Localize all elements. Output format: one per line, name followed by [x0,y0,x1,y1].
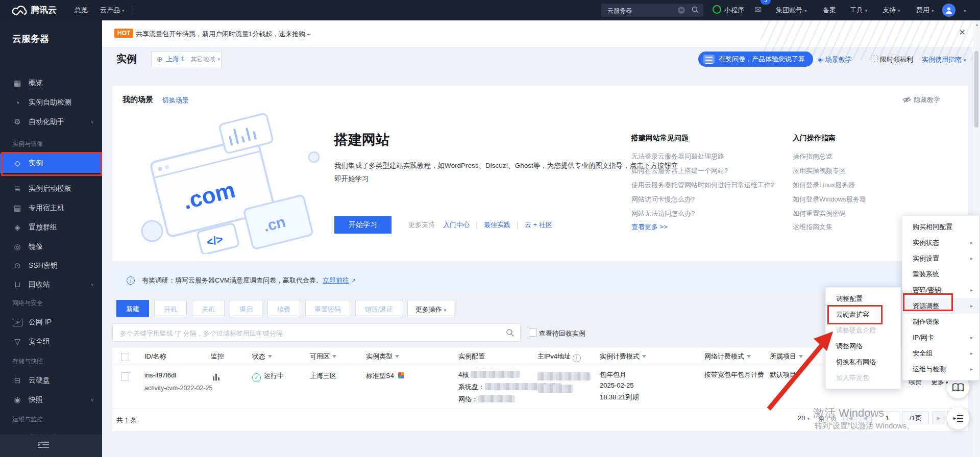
faq-link[interactable]: 网站访问卡慢怎么办? [631,195,695,204]
guide-link[interactable]: 操作指南总览 [793,152,832,161]
sidebar-item-public-ip[interactable]: IP公网 IP [0,313,102,332]
sidebar-collapse-bar[interactable] [0,435,102,457]
filter-icon[interactable] [799,355,803,358]
mail-icon[interactable]: ✉3 [754,0,762,20]
instance-id-link[interactable]: ins-if97l6dl [144,371,176,379]
create-button[interactable]: 新建 [116,300,149,317]
search-icon[interactable] [691,6,699,15]
sidebar-item-ssh-keys[interactable]: ⊙SSH密钥 [0,256,102,275]
submenu-item-switch-vpc[interactable]: 切换私有网络 [826,354,900,370]
menu-item-buy-same-config[interactable]: 购买相同配置 [902,219,979,235]
region-selector[interactable]: ⊕ 上海 1 其它地域 ▾ [151,51,222,67]
nav-miniprogram[interactable]: 小程序 [713,0,744,20]
logo-text[interactable]: 腾讯云 [31,0,57,20]
menu-item-instance-status[interactable]: 实例状态▸ [902,235,979,250]
terminate-button[interactable]: 销毁/退还 [355,300,402,317]
search-input[interactable] [606,4,675,18]
sidebar-item-cloud-disks[interactable]: ⊟云硬盘 [0,371,102,390]
cloud-community-link[interactable]: 云 + 社区 [525,220,552,230]
sidebar-item-dedicated-hosts[interactable]: ▤专用宿主机 [0,198,102,218]
scene-teaching-link[interactable]: ◈场景教学 [818,55,852,64]
sidebar-item-launch-templates[interactable]: ≣实例启动模板 [0,179,102,198]
benefit-link[interactable]: 限时领福利 [871,55,913,64]
page-number-input[interactable] [875,411,899,424]
sidebar-item-instances[interactable]: ◇实例 [0,154,102,173]
guide-link[interactable]: 运维指南文集 [793,222,832,232]
more-actions-button[interactable]: 更多操作▾ [407,300,454,317]
prev-page-button[interactable]: ◀ [859,411,872,424]
menu-item-ops-detect[interactable]: 运维与检测▸ [902,361,979,377]
restart-button[interactable]: 重启 [230,300,262,317]
menu-item-instance-settings[interactable]: 实例设置▸ [902,250,979,266]
switch-scene-link[interactable]: 切换场景 [162,96,189,105]
next-page-button[interactable]: ▶ [932,411,945,424]
usage-guide-dropdown[interactable]: 实例使用指南▾ [922,55,966,64]
tencent-cloud-logo-icon[interactable] [12,5,28,18]
faq-link[interactable]: 网站无法访问怎么办? [631,209,695,218]
getting-started-link[interactable]: 入门中心 [443,220,470,230]
submenu-item-adjust-network[interactable]: 调整网络 [826,338,900,354]
notice-go-link[interactable]: 立即前往 [323,276,349,285]
shutdown-button[interactable]: 关机 [192,300,225,317]
menu-item-security-group[interactable]: 安全组▸ [902,345,979,361]
faq-link[interactable]: 使用云服务器托管网站时如何进行日常运维工作? [631,181,774,190]
sidebar-item-self-check[interactable]: ◔实例自助检测 [0,93,102,112]
sidebar-item-security-groups[interactable]: ▽安全组 [0,332,102,351]
power-on-button[interactable]: 开机 [154,300,187,317]
guide-link[interactable]: 如何登录Windows服务器 [793,195,866,204]
start-learning-button[interactable]: 开始学习 [334,216,391,234]
faq-link[interactable]: 无法登录云服务器问题处理思路 [631,152,724,161]
instance-filter-input[interactable] [119,324,499,342]
faq-link[interactable]: 如何在云服务器上搭建一个网站? [631,166,728,175]
menu-item-reinstall-os[interactable]: 重装系统 [902,266,979,282]
clear-search-icon[interactable]: ✕ [678,7,685,14]
nav-group-account[interactable]: 集团账号▾ [776,0,807,20]
menu-item-create-image[interactable]: 制作镜像 [902,314,979,329]
info-icon[interactable]: i [573,354,581,362]
menu-item-resource-adjust[interactable]: 资源调整▸ [902,298,979,314]
sidebar-item-placement-groups[interactable]: ◈置放群组 [0,218,102,237]
select-all-checkbox[interactable] [121,353,129,362]
close-icon[interactable]: ✕ [959,28,966,37]
sidebar-item-snapshots[interactable]: ◉快照∨ [0,390,102,410]
view-recycled-checkbox[interactable]: 查看待回收实例 [529,328,585,338]
hide-tutorial-link[interactable]: 隐藏教学 [902,95,940,105]
guide-link[interactable]: 如何重置实例密码 [793,209,846,218]
avatar[interactable] [942,4,955,17]
nav-beian[interactable]: 备案 [823,0,836,20]
filter-icon[interactable] [642,355,646,358]
search-icon[interactable] [506,328,514,339]
guide-link[interactable]: 应用实操视频专区 [793,166,846,175]
monitor-chart-icon[interactable] [213,373,219,380]
sidebar-item-images[interactable]: ◎镜像 [0,237,102,257]
filter-icon[interactable] [747,355,751,358]
row-checkbox[interactable] [121,372,129,382]
renew-button[interactable]: 续费 [267,300,300,317]
account-chevron-down-icon[interactable]: ▾ [962,0,966,20]
scroll-up-arrow[interactable]: ▲ [975,22,979,27]
faq-more-link[interactable]: 查看更多 >> [631,222,668,232]
best-practice-link[interactable]: 最佳实践 [484,220,510,230]
filter-icon[interactable] [395,355,399,358]
menu-item-ip-nic[interactable]: IP/网卡▸ [902,329,979,345]
submenu-item-adjust-config[interactable]: 调整配置 [826,291,900,307]
nav-billing[interactable]: 费用▾ [916,0,934,20]
sidebar-item-automation[interactable]: ⚙自动化助手∨ [0,112,102,132]
guide-link[interactable]: 如何登录Linux服务器 [793,181,855,190]
scrollbar-thumb[interactable] [974,51,978,128]
menu-item-password-key[interactable]: 密码/密钥▸ [902,282,979,298]
nav-overview[interactable]: 总览 [75,0,88,20]
quick-entry-fab-button[interactable] [947,407,969,429]
filter-icon[interactable] [332,355,336,358]
nav-support[interactable]: 支持▾ [883,0,900,20]
filter-icon[interactable] [268,355,272,358]
sidebar-item-overview[interactable]: ▦概览 [0,73,102,93]
submenu-item-disk-expand[interactable]: 云硬盘扩容 [826,307,900,322]
sidebar-item-recycle-bin[interactable]: ⊔回收站∨ [0,275,102,294]
nav-tools[interactable]: 工具▾ [850,0,868,20]
survey-pill-button[interactable]: 有奖问卷，产品体验您说了算 [698,52,813,67]
per-page-select[interactable]: 20▾ [798,414,810,422]
nav-products[interactable]: 云产品▾ [100,0,125,20]
reset-password-button[interactable]: 重置密码 [305,300,350,317]
first-page-button[interactable]: |◀ [843,411,856,424]
